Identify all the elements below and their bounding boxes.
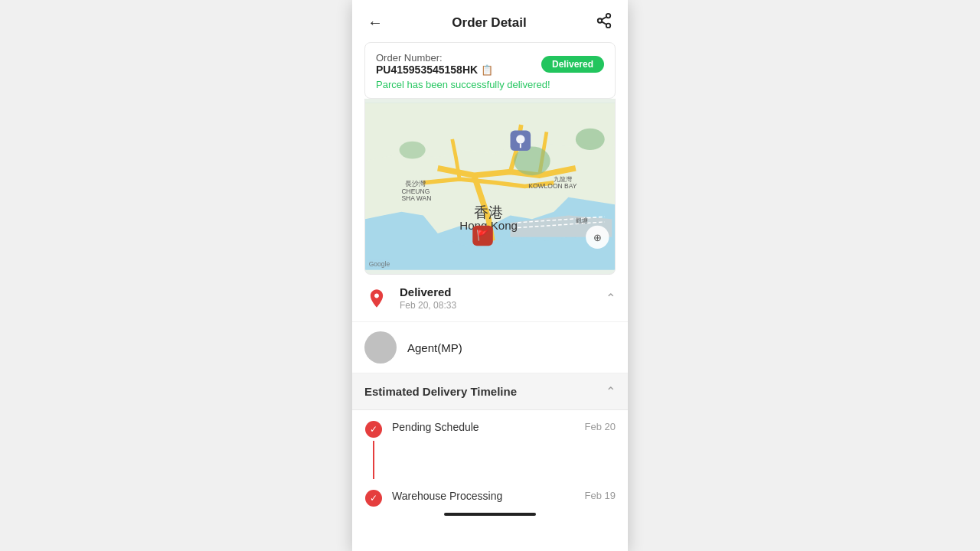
- svg-point-8: [400, 142, 426, 159]
- check-circle-icon: ✓: [365, 490, 382, 507]
- header: ← Order Detail: [352, 0, 628, 42]
- timeline-section-header[interactable]: Estimated Delivery Timeline ⌃: [352, 373, 628, 410]
- order-number-label: Order Number:: [376, 52, 493, 64]
- timeline-item: ✓ Warehouse Processing Feb 19: [364, 479, 616, 507]
- bottom-bar: [352, 507, 628, 525]
- timeline-items: ✓ Pending Schedule Feb 20 ✓ Warehouse Pr…: [352, 410, 628, 507]
- agent-name: Agent(MP): [407, 341, 462, 354]
- timeline-chevron-icon[interactable]: ⌃: [606, 384, 616, 399]
- svg-text:CHEUNG: CHEUNG: [401, 187, 430, 195]
- pin-icon: [364, 286, 389, 311]
- avatar: [364, 331, 397, 364]
- copy-icon[interactable]: 📋: [481, 64, 493, 76]
- timeline-indicator: ✓: [364, 421, 383, 479]
- timeline-item-content: Pending Schedule Feb 20: [392, 421, 616, 433]
- order-card: Order Number: PU415953545158HK 📋 Deliver…: [364, 42, 616, 99]
- svg-text:觀塘: 觀塘: [576, 217, 588, 224]
- phone-screen: ← Order Detail Order Number: PU415953545…: [352, 0, 628, 551]
- chevron-up-icon[interactable]: ⌃: [606, 291, 616, 305]
- svg-line-4: [602, 17, 606, 20]
- order-number-row: Order Number: PU415953545158HK 📋 Deliver…: [376, 52, 604, 76]
- map-container[interactable]: 長沙灣 CHEUNG SHA WAN KOWLOON BAY 九龍灣 觀塘 香港…: [364, 99, 616, 275]
- delivery-status-label: Delivered: [400, 285, 595, 298]
- timeline-item: ✓ Pending Schedule Feb 20: [364, 410, 616, 479]
- back-button[interactable]: ←: [368, 14, 383, 31]
- svg-text:🚩: 🚩: [476, 229, 489, 242]
- timeline-indicator: ✓: [364, 490, 383, 507]
- svg-point-7: [576, 129, 605, 150]
- svg-point-18: [516, 135, 524, 143]
- timeline-item-label: Pending Schedule: [392, 421, 479, 433]
- delivery-info: Delivered Feb 20, 08:33: [400, 285, 595, 311]
- timeline-item-date: Feb 19: [585, 490, 616, 501]
- success-message: Parcel has been successfully delivered!: [376, 79, 604, 90]
- timeline-item-content: Warehouse Processing Feb 19: [392, 490, 616, 502]
- timeline-item-label: Warehouse Processing: [392, 490, 502, 502]
- svg-text:⊕: ⊕: [593, 232, 602, 243]
- order-number-value: PU415953545158HK 📋: [376, 64, 493, 76]
- agent-row: Agent(MP): [352, 322, 628, 373]
- check-circle-icon: ✓: [365, 421, 382, 438]
- svg-text:香港: 香港: [474, 204, 503, 220]
- status-badge: Delivered: [541, 56, 604, 73]
- page-title: Order Detail: [452, 15, 526, 31]
- timeline-item-date: Feb 20: [585, 421, 616, 432]
- share-button[interactable]: [596, 12, 612, 33]
- svg-text:KOWLOON BAY: KOWLOON BAY: [528, 182, 577, 190]
- delivery-date: Feb 20, 08:33: [400, 300, 595, 311]
- svg-line-3: [602, 21, 606, 24]
- svg-text:Google: Google: [369, 260, 390, 268]
- svg-text:九龍灣: 九龍灣: [554, 176, 572, 183]
- home-indicator: [444, 513, 536, 516]
- delivery-row: Delivered Feb 20, 08:33 ⌃: [352, 275, 628, 322]
- timeline-title: Estimated Delivery Timeline: [364, 385, 517, 398]
- timeline-line: [373, 441, 374, 479]
- order-number-block: Order Number: PU415953545158HK 📋: [376, 52, 493, 76]
- svg-text:長沙灣: 長沙灣: [405, 181, 426, 188]
- svg-text:SHA WAN: SHA WAN: [401, 194, 431, 202]
